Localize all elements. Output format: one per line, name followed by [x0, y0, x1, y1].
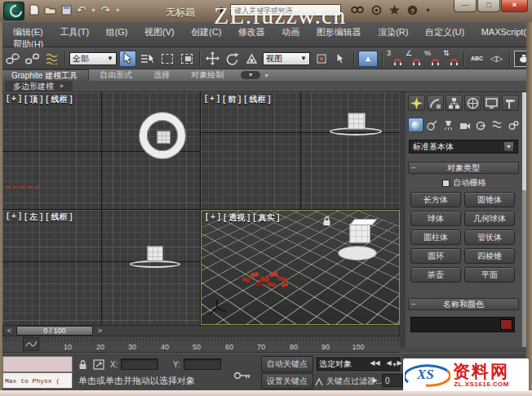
primitive-geosphere-button[interactable]: 几何球体 [464, 211, 515, 226]
select-object-button[interactable] [119, 51, 136, 67]
viewport-front[interactable]: [ + ] [ 前 ] [ 线框 ] [201, 92, 400, 209]
viewport-top[interactable]: [ + ] [ 顶 ] [ 线框 ] [2, 92, 200, 209]
spinner-snap-toggle[interactable]: ⇅ [443, 51, 459, 67]
previous-frame-button[interactable]: ◀ [383, 358, 394, 368]
viewport-perspective-active[interactable]: [ + ] [ 透视 ] [ 真实 ] [201, 210, 400, 325]
ribbon-flyout-icon[interactable]: ▼ [264, 73, 269, 78]
application-menu-button[interactable] [3, 2, 24, 20]
torus-object-perspective[interactable] [339, 247, 376, 260]
primitive-teapot-button[interactable]: 茶壶 [410, 267, 461, 283]
hierarchy-tab-icon[interactable] [446, 95, 463, 111]
rectangular-selection-region-icon[interactable] [158, 51, 175, 67]
primitive-torus-button[interactable]: 圆环 [410, 248, 461, 264]
viewport-left[interactable]: [ + ] [ 左 ] [ 线框 ] [2, 210, 200, 325]
primitive-plane-button[interactable]: 平面 [464, 267, 515, 283]
ribbon-minimize-icon[interactable]: ▼ [241, 71, 260, 79]
object-type-rollout[interactable]: − 对象类型 [408, 162, 519, 174]
window-crossing-toggle-icon[interactable] [178, 51, 195, 67]
previous-frame-arrow[interactable]: < [4, 327, 15, 335]
primitive-box-button[interactable]: 长方体 [410, 192, 461, 207]
reference-coordinate-dropdown[interactable]: 视图▼ [263, 52, 310, 65]
viewport-menu-plus[interactable]: [ + ] [7, 94, 21, 105]
viewport-menu-view[interactable]: [ 前 ] [223, 94, 241, 105]
select-and-scale-icon[interactable] [243, 51, 260, 67]
select-by-name-icon[interactable] [139, 51, 156, 67]
go-to-start-button[interactable]: ◀◀ [370, 358, 380, 368]
help-flyout-icon[interactable]: ▼ [425, 7, 431, 13]
angle-snap-toggle[interactable]: ∠ [406, 51, 422, 67]
helpers-category-icon[interactable] [473, 118, 489, 132]
primitive-tube-button[interactable]: 管状体 [464, 229, 515, 245]
viewport-menu-plus[interactable]: [ + ] [206, 212, 220, 224]
x-coordinate-field[interactable] [121, 358, 158, 370]
next-frame-arrow[interactable]: > [95, 327, 105, 335]
unlink-selection-icon[interactable] [24, 51, 41, 67]
use-pivot-center-icon[interactable] [313, 51, 330, 67]
help-icon[interactable]: ? [407, 5, 418, 16]
motion-tab-icon[interactable] [464, 95, 481, 111]
primitive-cone-button[interactable]: 圆锥体 [464, 192, 515, 207]
shapes-category-icon[interactable] [424, 118, 440, 132]
torus-object-left-view[interactable] [130, 260, 180, 268]
mirror-icon[interactable]: ◁▷ [488, 51, 505, 67]
ribbon-tab-selection[interactable]: 选择 [143, 69, 180, 81]
select-and-manipulate-icon[interactable] [332, 51, 349, 67]
menu-tools[interactable]: 工具(T) [53, 26, 95, 38]
ribbon-tab-freeform[interactable]: 自由形式 [89, 69, 143, 81]
viewport-menu-view[interactable]: [ 顶 ] [24, 94, 42, 105]
primitive-category-dropdown[interactable]: 标准基本体▼ [409, 140, 518, 154]
search-icon[interactable] [351, 5, 364, 16]
bind-to-space-warp-icon[interactable] [43, 51, 60, 67]
auto-key-button[interactable]: 自动关键点 [261, 356, 313, 372]
box-object-front-view[interactable] [348, 113, 366, 130]
time-slider-thumb[interactable]: 0 / 100 [16, 326, 93, 336]
viewport-menu-plus[interactable]: [ + ] [205, 94, 219, 105]
viewport-menu-plus[interactable]: [ + ] [7, 211, 21, 223]
maxscript-mini-listener[interactable]: Max to Physx ( [2, 372, 73, 389]
select-and-link-icon[interactable] [4, 51, 21, 67]
object-name-input[interactable] [410, 317, 515, 332]
percent-snap-toggle[interactable]: % [424, 51, 441, 67]
redo-flyout-icon[interactable]: ▼ [115, 7, 121, 13]
space-warps-category-icon[interactable] [490, 118, 505, 132]
ribbon-tab-object-paint[interactable]: 对象绘制 [180, 69, 234, 81]
ribbon-tab-graphite[interactable]: Graphite 建模工具 [0, 69, 89, 81]
viewport-menu-shading[interactable]: [ 真实 ] [253, 212, 279, 224]
viewport-menu-view[interactable]: [ 左 ] [24, 211, 42, 223]
next-frame-button[interactable]: ▶ [370, 375, 380, 385]
cameras-category-icon[interactable] [457, 118, 472, 132]
collapse-icon[interactable]: − [411, 163, 416, 172]
panel-splitter[interactable] [400, 92, 406, 347]
modify-tab-icon[interactable] [427, 95, 444, 111]
viewport-menu-shading[interactable]: [ 线框 ] [46, 94, 72, 105]
close-button[interactable]: × [501, 0, 528, 12]
box-object-perspective[interactable] [349, 224, 370, 243]
undo-icon[interactable]: ↶ [77, 5, 86, 16]
menu-rendering[interactable]: 渲染(R) [371, 26, 415, 38]
save-file-icon[interactable] [61, 5, 72, 16]
viewport-menu-shading[interactable]: [ 线框 ] [244, 94, 270, 105]
geometry-category-icon[interactable] [408, 118, 423, 132]
mini-curve-editor-button[interactable] [23, 337, 39, 351]
name-color-rollout[interactable]: − 名称和颜色 [408, 298, 519, 310]
menu-customize[interactable]: 自定义(U) [419, 26, 471, 38]
select-and-rotate-icon[interactable] [224, 51, 241, 67]
systems-category-icon[interactable] [506, 118, 521, 132]
lights-category-icon[interactable] [441, 118, 456, 132]
viewport-menu-shading[interactable]: [ 线框 ] [46, 211, 72, 223]
select-and-move-icon[interactable] [204, 51, 221, 67]
menu-views[interactable]: 视图(V) [138, 26, 181, 38]
maxscript-macro-recorder[interactable] [2, 356, 73, 372]
maximize-button[interactable]: □ [477, 0, 500, 12]
primitive-sphere-button[interactable]: 球体 [410, 211, 461, 226]
new-file-icon[interactable] [29, 4, 39, 16]
create-tab-icon[interactable] [408, 95, 425, 111]
menu-maxscript[interactable]: MAXScript(M) [475, 26, 532, 38]
polygon-modeling-panel[interactable]: 多边形建模▼ [5, 81, 73, 92]
box-object-top-view[interactable] [157, 131, 171, 144]
new-key-mode-icon[interactable] [315, 376, 325, 390]
utilities-tab-icon[interactable] [502, 95, 519, 111]
current-frame-field[interactable]: 0 [382, 374, 403, 387]
redo-icon[interactable]: ↷ [101, 5, 110, 16]
viewport-menu-view[interactable]: [ 透视 ] [224, 212, 250, 224]
